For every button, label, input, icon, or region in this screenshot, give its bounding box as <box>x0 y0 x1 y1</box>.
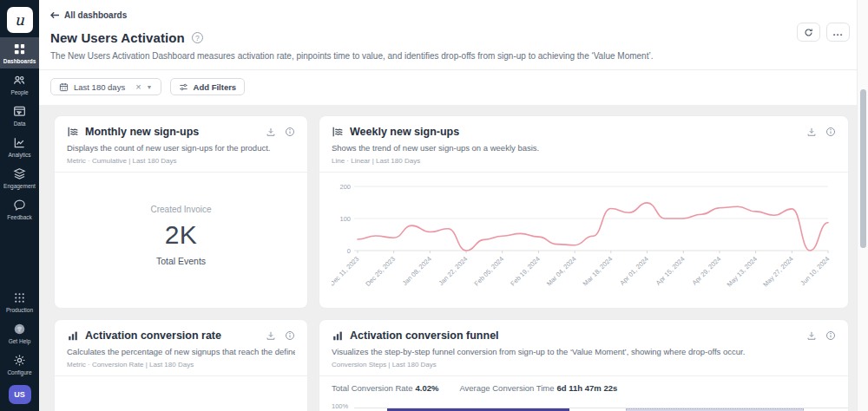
total-conversion-rate-value: 4.02% <box>415 383 438 393</box>
back-link-label: All dashboards <box>64 10 127 20</box>
filter-bar: Last 180 days × ▼ Add Filters <box>50 70 847 105</box>
date-range-filter[interactable]: Last 180 days × ▼ <box>50 78 161 95</box>
svg-text:Apr 29, 2024: Apr 29, 2024 <box>691 255 723 287</box>
engagement-icon <box>13 167 26 180</box>
download-icon[interactable] <box>266 127 276 137</box>
page-title: New Users Activation <box>50 30 185 45</box>
avatar-initials: US <box>14 390 25 399</box>
card-divider <box>55 375 307 376</box>
svg-text:Jan 08, 2024: Jan 08, 2024 <box>401 255 433 287</box>
user-avatar[interactable]: US <box>9 385 31 404</box>
info-icon[interactable] <box>285 127 295 137</box>
metric-value: 2K <box>165 220 198 250</box>
gear-icon <box>13 354 26 367</box>
card-weekly-new-signups: Weekly new sign-ups Shows the trend of n… <box>319 115 849 309</box>
card-description: Displays the count of new user sign-ups … <box>67 143 295 153</box>
card-description: Shows the trend of new user sign-ups on … <box>332 143 836 153</box>
sidebar-item-get-help[interactable]: ? Get Help <box>0 317 39 349</box>
info-icon[interactable] <box>825 127 836 137</box>
production-grid-icon <box>13 291 26 304</box>
card-meta: Line · Linear | Last 180 Days <box>332 157 836 165</box>
line-chart-icon <box>332 126 344 138</box>
info-icon[interactable] <box>825 330 836 341</box>
sidebar-item-label: Production <box>6 307 33 313</box>
back-arrow-icon <box>50 11 60 19</box>
sidebar-item-label: People <box>10 89 28 95</box>
metric-display: Created Invoice 2K Total Events <box>67 173 295 298</box>
bar-chart-icon <box>67 329 79 342</box>
analytics-icon <box>13 136 26 149</box>
sidebar-item-engagement[interactable]: Engagement <box>0 162 39 193</box>
sidebar-item-dashboards[interactable]: Dashboards <box>0 37 39 68</box>
calendar-icon <box>59 82 69 92</box>
sidebar-item-configure[interactable]: Configure <box>0 349 39 380</box>
back-link[interactable]: All dashboards <box>50 10 127 20</box>
svg-text:200: 200 <box>339 183 351 191</box>
svg-text:Feb 19, 2024: Feb 19, 2024 <box>509 255 542 288</box>
sidebar-item-feedback[interactable]: Feedback <box>0 193 39 225</box>
card-title: Monthly new sign-ups <box>85 126 260 138</box>
svg-text:?: ? <box>17 325 22 333</box>
card-meta: Conversion Steps | Last 180 Days <box>332 361 836 369</box>
funnel-y-tick: 100% <box>332 402 348 410</box>
card-divider <box>319 172 848 173</box>
download-icon[interactable] <box>806 127 817 137</box>
sidebar: u Dashboards People Data Analytics Engag… <box>0 0 39 411</box>
sidebar-item-analytics[interactable]: Analytics <box>0 131 39 162</box>
sidebar-item-people[interactable]: People <box>0 68 39 100</box>
ellipsis-icon: ... <box>832 30 843 34</box>
date-range-value: Last 180 days <box>74 82 125 92</box>
funnel-chart-icon <box>332 329 344 342</box>
chevron-down-icon[interactable]: ▼ <box>147 84 153 90</box>
add-filters-button[interactable]: Add Filters <box>170 78 246 95</box>
average-conversion-time: Average Conversion Time6d 11h 47m 22s <box>459 383 617 393</box>
sidebar-item-data[interactable]: Data <box>0 100 39 131</box>
sidebar-item-label: Configure <box>7 369 31 375</box>
funnel-stats: Total Conversion Rate4.02% Average Conve… <box>332 376 836 393</box>
download-icon[interactable] <box>266 330 276 341</box>
sidebar-item-label: Feedback <box>7 214 32 220</box>
refresh-icon <box>804 28 813 37</box>
vertical-scrollbar <box>857 0 868 411</box>
more-options-button[interactable]: ... <box>826 23 850 42</box>
card-description: Visualizes the step-by-step funnel conve… <box>332 347 836 356</box>
svg-text:0: 0 <box>347 247 351 255</box>
svg-text:Mar 18, 2024: Mar 18, 2024 <box>582 255 615 288</box>
filter-sliders-icon <box>179 82 188 92</box>
sidebar-item-label: Dashboards <box>3 58 36 64</box>
svg-text:Dec 11, 2023: Dec 11, 2023 <box>332 255 360 288</box>
svg-text:Feb 05, 2024: Feb 05, 2024 <box>473 255 506 288</box>
card-meta: Metric · Cumulative | Last 180 Days <box>67 157 295 165</box>
card-title: Activation conversion funnel <box>350 329 800 342</box>
page-description: The New Users Activation Dashboard measu… <box>50 51 847 61</box>
refresh-button[interactable] <box>797 23 820 42</box>
card-title: Weekly new sign-ups <box>350 126 800 138</box>
svg-text:Jan 22, 2024: Jan 22, 2024 <box>437 255 469 287</box>
sidebar-item-production[interactable]: Production <box>0 286 39 317</box>
metric-event-name: Created Invoice <box>150 205 211 214</box>
svg-text:Apr 01, 2024: Apr 01, 2024 <box>618 255 650 287</box>
svg-text:Mar 04, 2024: Mar 04, 2024 <box>545 255 578 288</box>
download-icon[interactable] <box>806 330 817 341</box>
weekly-signups-line-chart: 2001000Dec 11, 2023Dec 25, 2023Jan 08, 2… <box>332 176 836 296</box>
card-monthly-new-signups: Monthly new sign-ups Displays the count … <box>54 115 308 309</box>
app-logo[interactable]: u <box>7 7 33 33</box>
card-activation-conversion-rate: Activation conversion rate Calculates th… <box>54 319 308 411</box>
feedback-icon <box>13 199 26 212</box>
sidebar-item-label: Get Help <box>9 338 31 344</box>
info-icon[interactable] <box>285 330 295 341</box>
scrollbar-thumb[interactable] <box>860 89 866 248</box>
title-help-icon[interactable]: ? <box>192 32 203 43</box>
average-conversion-time-value: 6d 11h 47m 22s <box>557 383 618 393</box>
svg-text:May 27, 2024: May 27, 2024 <box>761 255 795 289</box>
dashboards-icon <box>13 42 26 55</box>
sidebar-item-label: Engagement <box>3 183 36 189</box>
clear-filter-icon[interactable]: × <box>135 82 141 92</box>
card-title: Activation conversion rate <box>85 329 260 342</box>
sidebar-item-label: Analytics <box>8 152 30 158</box>
sidebar-item-label: Data <box>14 121 26 127</box>
total-conversion-rate: Total Conversion Rate4.02% <box>332 383 438 393</box>
svg-text:Dec 25, 2023: Dec 25, 2023 <box>364 255 397 288</box>
dashboard-grid: Monthly new sign-ups Displays the count … <box>39 105 868 411</box>
svg-text:May 13, 2024: May 13, 2024 <box>726 255 760 289</box>
